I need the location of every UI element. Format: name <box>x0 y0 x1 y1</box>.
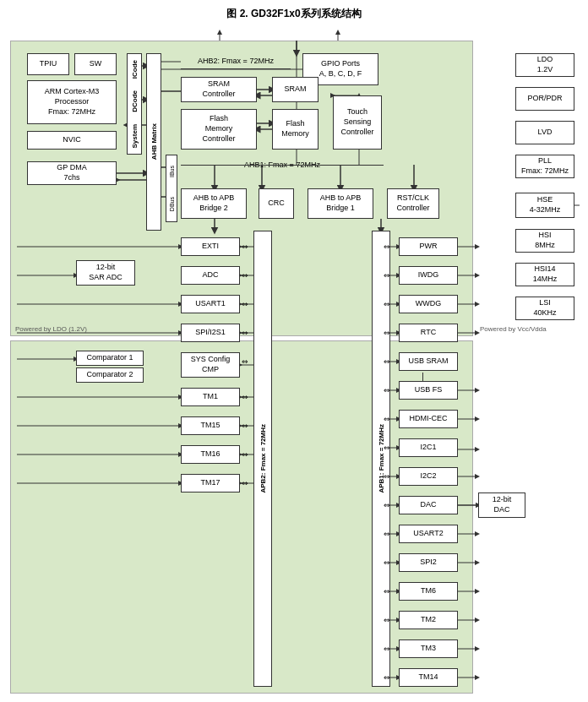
tm1-block: TM1 <box>181 388 240 406</box>
diagram-outer: Powered by LDO (1.2V) Powered by Vcc/Vdd… <box>8 28 580 702</box>
bidir-spi2: ⇔ <box>384 558 390 567</box>
bidir-dac: ⇔ <box>384 501 390 509</box>
ahb-apb1-block: AHB to APB Bridge 1 <box>308 188 373 219</box>
ahb2-label: AHB2: Fmax = 72MHz <box>181 53 291 70</box>
bidir-tm15: ⇔ <box>242 422 248 430</box>
tm2-block: TM2 <box>399 611 458 629</box>
powered-ldo-label: Powered by LDO (1.2V) <box>15 325 87 333</box>
bidir-tm6: ⇔ <box>384 587 390 596</box>
lsi-block: LSI 40KHz <box>515 297 574 320</box>
tm17-block: TM17 <box>181 474 240 492</box>
spi2-block: SPI2 <box>399 553 458 572</box>
system-label: System <box>131 124 139 148</box>
bidir-tm2: ⇔ <box>384 616 390 624</box>
bidir-tm1: ⇔ <box>242 393 248 401</box>
usb-fs-block: USB FS <box>399 381 458 400</box>
bidir-hdmicec: ⇔ <box>384 415 390 423</box>
bidir-tm3: ⇔ <box>384 645 390 653</box>
apb1-label: APB1: Fmax = 72MHz <box>378 424 385 493</box>
adc-block: ADC <box>181 266 240 285</box>
comp2-block: Comparator 2 <box>76 367 144 383</box>
usb-sram-block: USB SRAM <box>399 352 458 371</box>
bidir-usbsram: ⇔ <box>384 357 390 366</box>
icode-label: ICode <box>131 60 139 79</box>
ahb-matrix-label: AHB Matrix <box>150 123 158 160</box>
sram-ctrl-block: SRAM Controller <box>181 77 257 102</box>
bidir-tm14: ⇔ <box>384 673 390 682</box>
arm-core-block: ARM Cortex-M3 Processor Fmax: 72MHz <box>27 80 117 124</box>
sw-block: SW <box>74 53 117 75</box>
bidir-pwr: ⇔ <box>384 242 390 251</box>
iwdg-block: IWDG <box>399 266 458 285</box>
hse-block: HSE 4-32MHz <box>515 193 574 218</box>
powered-vcc-label: Powered by Vcc/Vdda <box>480 325 547 333</box>
page: 图 2. GD32F1x0系列系统结构 Powered by LDO (1.2V… <box>0 0 588 702</box>
bidir-rtc: ⇔ <box>384 329 390 337</box>
rtc-block: RTC <box>399 324 458 342</box>
por-pdr-block: POR/PDR <box>515 87 574 111</box>
dac-block: DAC <box>399 496 458 514</box>
touch-sensing-block: Touch Sensing Controller <box>333 95 382 150</box>
wwdg-block: WWDG <box>399 295 458 313</box>
tm3-block: TM3 <box>399 639 458 658</box>
diagram-inner: Powered by LDO (1.2V) Powered by Vcc/Vdd… <box>8 28 580 702</box>
usart2-block: USART2 <box>399 525 458 543</box>
flash-mem-ctrl-block: Flash Memory Controller <box>181 109 257 150</box>
hsi-block: HSI 8MHz <box>515 229 574 253</box>
bidir-spi: ⇔ <box>242 329 248 337</box>
tm6-block: TM6 <box>399 582 458 601</box>
dcode-label: DCode <box>131 90 139 112</box>
dbus-label: DBus <box>169 197 175 211</box>
bidir-adc: ⇔ <box>242 271 248 280</box>
usart1-block: USART1 <box>181 295 240 313</box>
ibus-label: IBus <box>169 166 175 177</box>
bidir-i2c1: ⇔ <box>384 444 390 452</box>
usb-connector <box>422 373 423 381</box>
ahb-apb2-block: AHB to APB Bridge 2 <box>181 188 247 219</box>
crc-block: CRC <box>259 188 294 219</box>
sar-adc-block: 12-bit SAR ADC <box>76 260 135 286</box>
tm14-block: TM14 <box>399 668 458 687</box>
tm15-block: TM15 <box>181 416 240 435</box>
ldo-block: LDO 1.2V <box>515 53 574 77</box>
tpiu-block: TPIU <box>27 53 69 75</box>
exti-block: EXTI <box>181 237 240 256</box>
pll-block: PLL Fmax: 72MHz <box>515 155 574 178</box>
bidir-usbfs: ⇔ <box>384 386 390 395</box>
lvd-block: LVD <box>515 121 574 144</box>
hsi14-block: HSI14 14MHz <box>515 263 574 286</box>
sys-config-block: SYS Config CMP <box>181 352 240 378</box>
bidir-wwdg: ⇔ <box>384 300 390 308</box>
dac-12bit-block: 12-bit DAC <box>478 492 525 518</box>
pwr-block: PWR <box>399 237 458 256</box>
i2c2-block: I2C2 <box>399 467 458 486</box>
sram-block: SRAM <box>272 77 318 102</box>
rst-clk-block: RST/CLK Controller <box>387 188 439 219</box>
apb2-label: APB2: Fmax = 72MHz <box>259 424 267 493</box>
i2c1-block: I2C1 <box>399 438 458 457</box>
bidir-usart2: ⇔ <box>384 530 390 538</box>
bidir-usart1: ⇔ <box>242 300 248 308</box>
bidir-tm16: ⇔ <box>242 450 248 459</box>
spi-i2s1-block: SPI/I2S1 <box>181 324 240 342</box>
bidir-i2c2: ⇔ <box>384 472 390 481</box>
bidir-iwdg: ⇔ <box>384 271 390 280</box>
page-title: 图 2. GD32F1x0系列系统结构 <box>8 7 580 21</box>
flash-mem-block: Flash Memory <box>272 109 318 150</box>
comp1-block: Comparator 1 <box>76 351 144 366</box>
gp-dma-block: GP DMA 7chs <box>27 161 117 185</box>
nvic-block: NVIC <box>27 131 117 150</box>
bidir-tm17: ⇔ <box>242 479 248 487</box>
tm16-block: TM16 <box>181 445 240 464</box>
bidir-exti: ⇔ <box>242 242 248 251</box>
hdmi-cec-block: HDMI-CEC <box>399 410 458 428</box>
bidir-sysconfig: ⇔ <box>242 357 248 366</box>
